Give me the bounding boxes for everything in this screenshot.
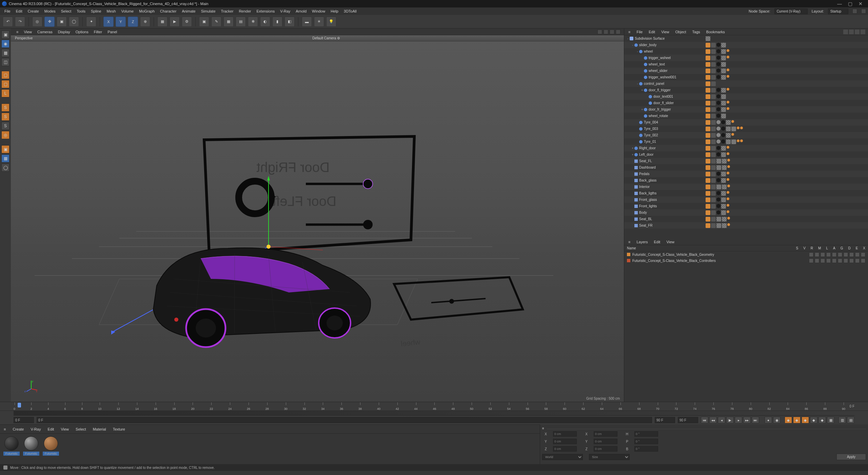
next-frame-button[interactable]: ▸	[735, 417, 742, 423]
snap-s1-button[interactable]: S	[1, 103, 9, 112]
layer-toggle[interactable]	[815, 259, 819, 263]
prev-key-button[interactable]: ◂◂	[709, 417, 717, 423]
vp-nav-icon-2[interactable]	[604, 30, 608, 34]
tag-orange[interactable]	[706, 217, 710, 222]
play-button[interactable]: ▶	[726, 417, 734, 423]
tag-checker[interactable]	[721, 178, 726, 183]
tag-checker[interactable]	[731, 127, 736, 131]
tag-orange-dot[interactable]	[727, 107, 729, 110]
object-label[interactable]: Seat_BL	[639, 217, 868, 221]
coord-size-dropdown[interactable]: Size	[589, 454, 630, 460]
layer-toggle[interactable]	[838, 259, 842, 263]
tag-gray[interactable]	[711, 101, 716, 106]
vp-menu-view[interactable]: View	[22, 29, 34, 35]
menu-extensions[interactable]: Extensions	[254, 8, 277, 14]
tag-orange-dot[interactable]	[727, 197, 729, 200]
layer-toggle[interactable]	[844, 259, 848, 263]
tag-orange[interactable]	[706, 172, 710, 176]
key-pos-button[interactable]: ◆	[785, 417, 792, 423]
matmenu-texture[interactable]: Texture	[111, 426, 127, 432]
tag-black-dot[interactable]	[716, 43, 721, 47]
tag-dots[interactable]	[711, 36, 716, 41]
viewport-solo2-button[interactable]: ▦	[1, 154, 9, 163]
object-row[interactable]: wheel_text	[624, 61, 868, 68]
menu-arnold[interactable]: Arnold	[293, 8, 309, 14]
layer-toggle[interactable]	[832, 259, 836, 263]
coord-x-pos-input[interactable]	[553, 431, 577, 437]
tag-orange-dot[interactable]	[731, 120, 734, 123]
coord-p-input[interactable]	[634, 439, 658, 444]
object-row[interactable]: -slider_body	[624, 42, 868, 48]
timeline-track[interactable]	[14, 411, 854, 416]
tag-black-dot[interactable]	[716, 210, 721, 214]
object-row[interactable]: Body	[624, 209, 868, 216]
object-row[interactable]: Seat_BL	[624, 216, 868, 222]
tag-orange[interactable]	[706, 62, 710, 67]
object-label[interactable]: door_text001	[653, 95, 868, 98]
object-row[interactable]: wheel_slider	[624, 68, 868, 74]
subdiv-button[interactable]: ▦	[223, 17, 234, 27]
objects-panel[interactable]: -Subdivision Surface-slider_body-wheeltr…	[624, 35, 868, 239]
vp-menu-filter[interactable]: Filter	[92, 29, 104, 35]
tag-orange-dot[interactable]	[727, 185, 730, 187]
tag-black-dot[interactable]	[716, 101, 721, 105]
object-row[interactable]: Front_glass	[624, 196, 868, 203]
tag-orange-dot[interactable]	[727, 56, 729, 58]
object-label[interactable]: Tyre_003	[644, 127, 868, 131]
object-row[interactable]: Tyre_002	[624, 132, 868, 138]
tag-gray[interactable]	[711, 49, 716, 54]
tag-checker[interactable]	[721, 146, 726, 151]
object-label[interactable]: Right_door	[639, 146, 868, 150]
tag-gray[interactable]	[711, 107, 716, 112]
coord-space-dropdown[interactable]: World	[542, 454, 583, 460]
edge-mode-button[interactable]: ▢	[1, 80, 9, 88]
tag-checker[interactable]	[726, 120, 731, 125]
model-mode-button[interactable]: ◉	[1, 40, 9, 48]
tag-gray[interactable]	[711, 133, 716, 138]
tag-black-dot[interactable]	[716, 56, 721, 60]
axis-y-button[interactable]: Y	[116, 17, 126, 27]
expander-icon[interactable]: -	[636, 50, 639, 53]
tag-orange[interactable]	[706, 133, 710, 138]
tag-black-dot[interactable]	[716, 197, 721, 202]
redo-button[interactable]: ↷	[15, 17, 25, 27]
menu-3dtoall[interactable]: 3DToAll	[341, 8, 359, 14]
tag-orange[interactable]	[706, 49, 710, 54]
tag-orange[interactable]	[706, 114, 710, 118]
tag-orange[interactable]	[706, 88, 710, 93]
frame-end-input[interactable]	[655, 417, 675, 423]
object-row[interactable]: Pedals	[624, 171, 868, 177]
spline-pen-button[interactable]: ✎	[211, 17, 221, 27]
tag-orange-dot[interactable]	[727, 210, 729, 213]
tag-black-dot[interactable]	[721, 139, 725, 144]
vp-menu-≡[interactable]: ≡	[14, 29, 20, 35]
key-mode-button[interactable]: ▦	[827, 417, 834, 423]
floor-button[interactable]: ▬	[302, 17, 312, 27]
material-thumb[interactable]: Futuristic	[3, 436, 20, 456]
object-label[interactable]: Back_glass	[639, 178, 868, 182]
tag-orange-dot[interactable]	[727, 101, 729, 103]
extrude-button[interactable]: ▤	[236, 17, 246, 27]
tag-orange[interactable]	[706, 43, 710, 48]
tag-gray[interactable]	[711, 178, 716, 183]
recent-tool[interactable]: ✦	[86, 17, 96, 27]
window-minimize[interactable]: —	[837, 1, 842, 6]
tag-black-dot[interactable]	[716, 94, 721, 98]
object-label[interactable]: wheel_text	[649, 62, 868, 66]
viewport-solo3-button[interactable]: ◯	[1, 164, 9, 172]
tag-checker[interactable]	[731, 139, 736, 144]
tag-orange-dot[interactable]	[727, 88, 729, 91]
obj-search-icon[interactable]	[843, 30, 848, 34]
object-row[interactable]: Dashboard	[624, 164, 868, 171]
tag-checker[interactable]	[721, 69, 726, 73]
layer-toggle[interactable]	[844, 252, 848, 257]
tag-gray[interactable]	[711, 185, 716, 189]
objmenu-file[interactable]: File	[635, 29, 644, 35]
fcurve-button[interactable]: ▤	[847, 417, 854, 423]
object-row[interactable]: +door_fl_trigger	[624, 87, 868, 93]
make-editable-button[interactable]: ▣	[1, 31, 9, 39]
tag-orange[interactable]	[706, 139, 710, 144]
menu-mograph[interactable]: MoGraph	[137, 8, 157, 14]
obj-view-icon[interactable]	[855, 30, 860, 34]
layer-toggle[interactable]	[809, 252, 813, 257]
